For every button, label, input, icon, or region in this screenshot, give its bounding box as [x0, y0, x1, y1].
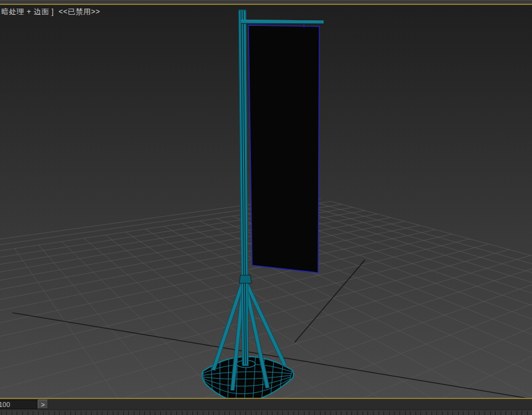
frame-tick: [389, 411, 390, 415]
frame-tick: [469, 411, 469, 415]
frame-tick: [458, 411, 459, 415]
frame-tick: [309, 411, 309, 415]
frame-tick: [166, 411, 166, 415]
frame-tick: [107, 411, 108, 415]
frame-tick: [59, 411, 60, 415]
frame-tick: [357, 411, 358, 415]
frame-tick: [197, 411, 198, 415]
frame-tick: [171, 411, 171, 415]
frame-tick: [6, 411, 7, 415]
frame-tick: [527, 411, 528, 415]
frame-tick: [118, 411, 118, 415]
viewport-shading-label[interactable]: 暗处理 + 边面 ] <<已禁用>>: [1, 7, 100, 17]
frame-tick: [277, 411, 278, 415]
frame-tick: [501, 411, 501, 415]
frame-tick: [448, 411, 448, 415]
frame-tick: [420, 411, 421, 415]
frame-tick: [134, 411, 134, 415]
frame-tick: [219, 411, 219, 415]
next-frame-button[interactable]: >: [38, 400, 48, 409]
frame-tick: [81, 411, 81, 415]
frame-tick: [410, 411, 411, 415]
frame-tick: [229, 411, 230, 415]
frame-tick: [452, 411, 453, 415]
frame-tick: [517, 411, 517, 415]
frame-tick: [267, 411, 268, 415]
frame-tick: [150, 411, 150, 415]
frame-number-input[interactable]: [0, 400, 38, 409]
frame-tick: [1, 411, 2, 415]
frame-tick: [304, 411, 305, 415]
max-viewport-window: 暗处理 + 边面 ] <<已禁用>> >: [0, 0, 532, 415]
frame-tick: [522, 411, 522, 415]
leg-collar: [239, 275, 252, 283]
frame-tick: [33, 411, 33, 415]
frame-tick: [160, 411, 161, 415]
frame-tick: [367, 411, 368, 415]
frame-tick: [240, 411, 240, 415]
frame-tick: [224, 411, 225, 415]
frame-tick: [314, 411, 315, 415]
frame-tick: [28, 411, 28, 415]
frame-tick: [298, 411, 299, 415]
frame-tick: [22, 411, 23, 415]
frame-tick: [479, 411, 480, 415]
frame-tick: [320, 411, 321, 415]
frame-tick: [49, 411, 49, 415]
frame-tick: [325, 411, 325, 415]
frame-tick: [336, 411, 337, 415]
frame-tick: [86, 411, 86, 415]
frame-tick: [394, 411, 395, 415]
frame-tick: [415, 411, 416, 415]
frame-tick: [495, 411, 496, 415]
frame-tick: [261, 411, 262, 415]
frame-tick: [213, 411, 214, 415]
frame-tick: [144, 411, 145, 415]
frame-tick: [373, 411, 374, 415]
flag-banner[interactable]: [248, 25, 319, 273]
frame-tick: [474, 411, 475, 415]
frame-tick: [330, 411, 331, 415]
frame-tick: [54, 411, 55, 415]
frame-tick: [288, 411, 289, 415]
frame-tick: [12, 411, 12, 415]
frame-tick: [155, 411, 155, 415]
frame-tick: [341, 411, 342, 415]
frame-tick: [91, 411, 92, 415]
frame-tick: [235, 411, 235, 415]
viewport: 暗处理 + 边面 ] <<已禁用>>: [0, 5, 532, 398]
frame-tick: [485, 411, 485, 415]
frame-tick: [75, 411, 76, 415]
frame-tick: [436, 411, 437, 415]
frame-tick: [399, 411, 400, 415]
frame-tick: [405, 411, 406, 415]
frame-tick: [176, 411, 177, 415]
frame-tick: [43, 411, 44, 415]
frame-tick: [362, 411, 363, 415]
frame-tick: [383, 411, 384, 415]
frame-tick: [113, 411, 113, 415]
frame-tick: [123, 411, 124, 415]
track-bar-ruler[interactable]: [0, 409, 532, 415]
frame-tick: [490, 411, 491, 415]
frame-tick: [379, 411, 379, 415]
frame-tick: [208, 411, 209, 415]
frame-tick: [432, 411, 432, 415]
frame-tick: [351, 411, 352, 415]
frame-tick: [97, 411, 97, 415]
frame-tick: [282, 411, 283, 415]
frame-tick: [203, 411, 203, 415]
frame-tick: [293, 411, 294, 415]
frame-tick: [272, 411, 272, 415]
frame-tick: [70, 411, 71, 415]
frame-tick: [102, 411, 102, 415]
frame-tick: [505, 411, 506, 415]
frame-tick: [511, 411, 512, 415]
frame-tick: [426, 411, 427, 415]
frame-tick: [192, 411, 193, 415]
frame-tick: [187, 411, 187, 415]
status-control-bar: >: [0, 399, 532, 409]
viewport-canvas[interactable]: [0, 5, 532, 398]
frame-tick: [128, 411, 129, 415]
frame-tick: [251, 411, 252, 415]
